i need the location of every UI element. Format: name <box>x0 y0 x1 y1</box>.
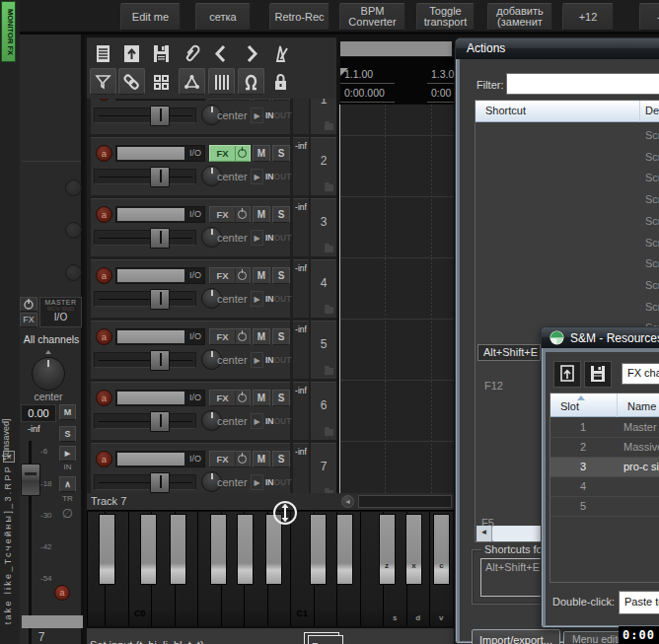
fader-handle[interactable] <box>150 350 170 371</box>
record-arm-button[interactable]: a <box>96 206 112 223</box>
resource-slot-row[interactable]: 2Massive <box>550 438 659 458</box>
track-inout-label[interactable]: INOUT <box>265 416 291 426</box>
black-key[interactable] <box>237 514 254 585</box>
folder-icon[interactable] <box>325 307 333 314</box>
track-fx-button[interactable]: FX <box>209 451 251 467</box>
toolbar-button[interactable]: -12 <box>639 3 659 31</box>
fx-power-icon[interactable] <box>236 207 250 222</box>
toolbar-button[interactable]: добавить (заменит <box>487 3 552 31</box>
action-description[interactable]: Scri <box>645 237 659 249</box>
fader-handle[interactable] <box>150 289 170 310</box>
track-monitor-button[interactable]: ▶ <box>251 169 263 184</box>
action-description[interactable]: Scri <box>645 215 659 227</box>
track-number-panel[interactable]: 6 <box>311 382 336 440</box>
track-inout-label[interactable]: INOUT <box>265 110 291 120</box>
black-key[interactable] <box>210 514 227 585</box>
track-fx-button[interactable]: FX <box>209 145 251 162</box>
grid-icon[interactable] <box>149 70 174 94</box>
arrange-area[interactable] <box>340 105 454 493</box>
track-fx-button[interactable]: FX <box>209 390 251 406</box>
track-volume-fader[interactable] <box>94 291 196 307</box>
lock-icon[interactable] <box>268 70 293 94</box>
track-mute-button[interactable]: M <box>253 267 270 284</box>
track-name-field[interactable]: I/O <box>115 451 205 467</box>
track-mute-button[interactable]: M <box>253 99 270 101</box>
shortcuts-listbox[interactable]: Alt+Shift+E <box>480 558 548 597</box>
record-arm-button[interactable]: a <box>96 267 112 284</box>
all-channels-label[interactable]: All channels <box>20 333 83 345</box>
filter-input[interactable] <box>506 73 659 95</box>
folder-icon[interactable] <box>325 429 333 436</box>
track-mute-button[interactable]: M <box>253 145 270 162</box>
black-key[interactable] <box>140 514 157 585</box>
track-name-field[interactable]: I/O <box>115 145 205 162</box>
track-inout-label[interactable]: INOUT <box>265 172 291 181</box>
track-io-button[interactable]: I/O <box>189 331 201 341</box>
action-description[interactable]: Scri <box>645 301 659 313</box>
track-monitor-button[interactable]: ▶ <box>251 107 263 123</box>
action-description[interactable]: Scri <box>645 172 659 183</box>
resources-open-button[interactable] <box>553 361 581 388</box>
master-play-button[interactable]: ▶ <box>59 446 76 462</box>
toolbar-button[interactable]: Toggle transport <box>416 3 475 31</box>
unsaved-project-tab[interactable]: *[unsaved] <box>1 409 11 461</box>
track-volume-fader[interactable] <box>94 169 196 184</box>
track-volume-fader[interactable] <box>94 413 196 429</box>
track-name-field[interactable]: I/O <box>115 328 205 345</box>
toolbar-button[interactable]: BPM Converter <box>339 3 405 31</box>
track-inout-label[interactable]: INOUT <box>265 233 291 243</box>
import-export-button[interactable]: Import/export... <box>472 629 560 644</box>
track-number-panel[interactable]: 1 <box>311 99 336 134</box>
track-io-button[interactable]: I/O <box>189 209 201 219</box>
track-name-field[interactable]: I/O <box>115 390 205 406</box>
fx-power-icon[interactable] <box>236 391 250 405</box>
fx-power-icon[interactable] <box>236 99 250 100</box>
black-key[interactable]: c <box>433 514 450 585</box>
track-volume-fader[interactable] <box>94 230 196 246</box>
empty-knob[interactable] <box>65 222 82 239</box>
master-env-button[interactable]: ∧ <box>59 476 76 492</box>
black-key[interactable]: x <box>405 514 422 585</box>
black-key[interactable]: z <box>379 514 396 585</box>
black-key[interactable] <box>336 514 353 585</box>
link-icon[interactable] <box>119 70 144 94</box>
track-fx-button[interactable]: FX <box>209 99 251 101</box>
record-arm-button[interactable]: a <box>96 390 112 406</box>
track-solo-button[interactable]: S <box>272 206 290 223</box>
track-mute-button[interactable]: M <box>253 451 270 467</box>
filter-icon[interactable] <box>91 70 115 94</box>
track-fx-button[interactable]: FX <box>209 206 251 223</box>
black-key[interactable] <box>170 514 186 585</box>
action-shortcut-f12[interactable]: F12 <box>484 380 503 392</box>
track-solo-button[interactable]: S <box>272 99 290 101</box>
resource-slot-row[interactable]: 4 <box>550 477 659 497</box>
track-monitor-button[interactable]: ▶ <box>251 352 263 368</box>
selected-action-row[interactable]: Alt+Shift+E <box>477 344 541 361</box>
toolbar-button[interactable]: Edit me <box>120 3 181 31</box>
master-solo-button[interactable]: S <box>59 426 76 442</box>
track-monitor-button[interactable]: ▶ <box>251 230 263 246</box>
resources-type-combo[interactable]: FX chai <box>622 363 659 385</box>
redo-icon[interactable] <box>239 42 263 65</box>
record-arm-button[interactable]: a <box>96 99 112 101</box>
paste-combo[interactable]: Paste to <box>619 591 659 614</box>
master-tr-label[interactable]: TR <box>59 494 76 503</box>
action-description[interactable]: Scri <box>645 151 659 163</box>
new-project-icon[interactable] <box>91 42 115 65</box>
project-settings-icon[interactable] <box>180 42 204 65</box>
resource-slot-row[interactable]: 1Master C <box>550 418 659 438</box>
column-name[interactable]: Name <box>618 394 659 417</box>
fader-handle[interactable] <box>150 167 170 187</box>
fader-handle[interactable] <box>150 228 170 249</box>
envelope-icon[interactable] <box>180 70 204 94</box>
track-name-field[interactable]: I/O <box>115 206 205 223</box>
master-in-label[interactable]: IN <box>59 463 76 471</box>
scroll-thumb[interactable] <box>492 526 548 541</box>
toolbar-button[interactable]: +12 <box>562 3 614 31</box>
track-mute-button[interactable]: M <box>253 328 270 345</box>
track-solo-button[interactable]: S <box>272 267 290 284</box>
track-inout-label[interactable]: INOUT <box>265 294 291 304</box>
folder-icon[interactable] <box>325 246 333 252</box>
fader-handle[interactable] <box>150 106 170 126</box>
fx-power-icon[interactable] <box>236 329 250 344</box>
